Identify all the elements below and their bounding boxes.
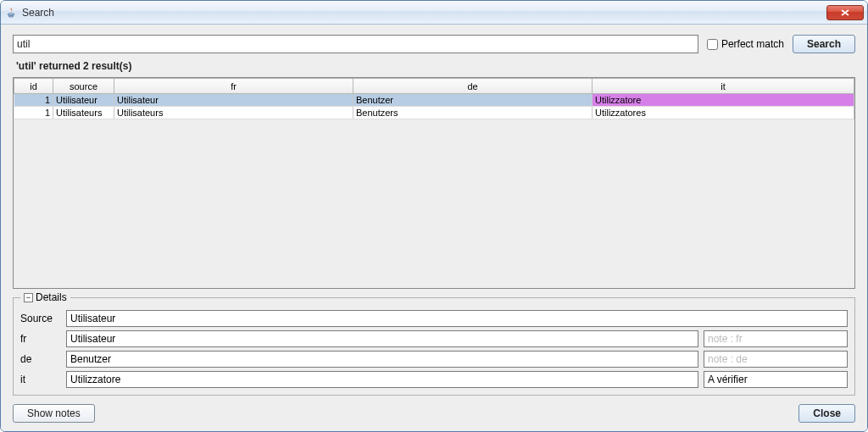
search-input[interactable]: [13, 35, 698, 53]
label-it: it: [20, 374, 61, 385]
search-window: Search Perfect match Search 'util' retur…: [0, 0, 868, 432]
col-source[interactable]: source: [53, 79, 114, 94]
cell-fr: Utilisateurs: [114, 107, 353, 119]
cell-de: Benutzer: [353, 94, 593, 107]
results-table-wrap: id source fr de it 1 Utilisateur Utilisa…: [13, 77, 855, 289]
details-panel: − Details Source fr de it: [13, 297, 855, 396]
source-field[interactable]: [66, 310, 848, 327]
cell-id: 1: [14, 107, 53, 119]
col-de[interactable]: de: [353, 79, 593, 94]
results-table: id source fr de it 1 Utilisateur Utilisa…: [14, 78, 854, 119]
close-icon: [841, 8, 849, 18]
cell-de: Benutzers: [353, 107, 593, 119]
col-id[interactable]: id: [14, 79, 53, 94]
de-note-field[interactable]: [704, 351, 848, 368]
fr-note-field[interactable]: [704, 330, 848, 347]
close-button[interactable]: Close: [798, 404, 855, 423]
cell-source: Utilisateurs: [53, 107, 114, 119]
table-row[interactable]: 1 Utilisateurs Utilisateurs Benutzers Ut…: [14, 107, 854, 119]
details-title: − Details: [20, 291, 70, 303]
content-area: Perfect match Search 'util' returned 2 r…: [1, 25, 867, 431]
results-summary: 'util' returned 2 result(s): [13, 58, 855, 72]
table-row[interactable]: 1 Utilisateur Utilisateur Benutzer Utili…: [14, 94, 854, 107]
perfect-match-checkbox[interactable]: [707, 39, 718, 50]
svg-point-1: [8, 15, 14, 17]
it-note-field[interactable]: [704, 371, 848, 388]
search-row: Perfect match Search: [13, 35, 855, 53]
cell-id: 1: [14, 94, 53, 107]
java-icon: [4, 6, 18, 19]
label-fr: fr: [20, 333, 61, 345]
cell-fr: Utilisateur: [114, 94, 353, 107]
window-close-button[interactable]: [826, 5, 864, 20]
show-notes-button[interactable]: Show notes: [13, 404, 95, 423]
bottom-button-row: Show notes Close: [13, 404, 855, 423]
titlebar: Search: [1, 1, 867, 25]
col-it[interactable]: it: [593, 79, 854, 94]
window-title: Search: [22, 7, 54, 19]
search-button[interactable]: Search: [793, 35, 855, 53]
cell-it: Utilizzatore: [593, 94, 854, 107]
col-fr[interactable]: fr: [114, 79, 353, 94]
label-source: Source: [20, 313, 61, 324]
cell-it: Utilizzatores: [593, 107, 854, 119]
perfect-match-label[interactable]: Perfect match: [707, 38, 784, 50]
details-title-text: Details: [36, 291, 67, 303]
cell-source: Utilisateur: [53, 94, 114, 107]
fr-field[interactable]: [66, 330, 698, 347]
label-de: de: [20, 353, 61, 365]
table-header-row: id source fr de it: [14, 79, 854, 94]
it-field[interactable]: [66, 371, 698, 388]
de-field[interactable]: [66, 351, 698, 368]
perfect-match-text: Perfect match: [721, 38, 784, 50]
collapse-toggle-icon[interactable]: −: [24, 293, 33, 302]
